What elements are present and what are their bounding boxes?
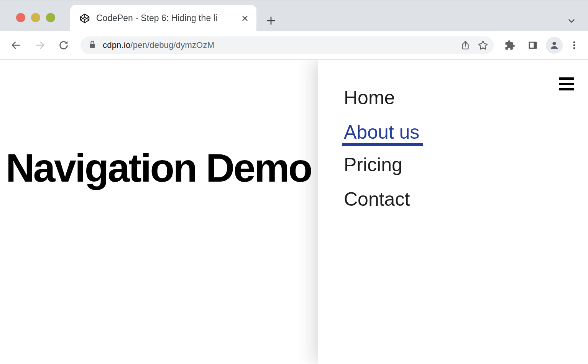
window-minimize-button[interactable] [31,13,40,22]
tab-title: CodePen - Step 6: Hiding the li [96,13,239,23]
nav-link-pricing[interactable]: Pricing [344,154,402,175]
browser-toolbar: cdpn.io/pen/debug/dymzOzM [0,31,588,60]
back-icon[interactable] [8,37,25,54]
menu-bar [559,88,574,90]
main-navigation: Home About us Pricing Contact [344,88,423,224]
browser-tab[interactable]: CodePen - Step 6: Hiding the li [70,5,256,31]
nav-item: About us [344,123,423,146]
bookmark-star-icon[interactable] [475,38,491,53]
forward-icon [31,37,48,54]
side-panel-icon[interactable] [524,37,541,54]
window-zoom-button[interactable] [46,13,55,22]
profile-avatar[interactable] [546,37,563,54]
nav-link-contact[interactable]: Contact [344,189,410,210]
nav-item: Home [344,88,423,107]
codepen-favicon-icon [79,13,90,24]
tab-strip: CodePen - Step 6: Hiding the li [0,0,588,31]
nav-drawer-panel: Home About us Pricing Contact [318,60,588,364]
url-domain: cdpn.io [103,40,130,50]
page-viewport: Navigation Demo Home About us Pricing Co… [0,60,588,364]
url-text[interactable]: cdpn.io/pen/debug/dymzOzM [103,40,455,50]
tab-search-chevron-icon[interactable] [566,15,577,26]
url-path: /pen/debug/dymzOzM [130,40,214,50]
lock-icon[interactable] [87,39,97,51]
extensions-icon[interactable] [501,37,518,54]
window-close-button[interactable] [16,13,25,22]
share-icon[interactable] [458,38,473,53]
menu-bar [559,77,574,80]
nav-link-home[interactable]: Home [344,87,395,108]
more-menu-icon[interactable] [567,38,582,53]
nav-link-about-us[interactable]: About us [342,123,423,146]
tab-close-icon[interactable] [239,12,251,25]
hamburger-menu-icon[interactable] [559,77,574,90]
traffic-lights [16,13,55,22]
reload-icon[interactable] [55,37,72,54]
nav-item: Pricing [344,155,423,174]
nav-list: Home About us Pricing Contact [344,88,423,209]
nav-item: Contact [344,190,423,209]
address-bar[interactable]: cdpn.io/pen/debug/dymzOzM [80,36,494,54]
avatar-icon [546,37,563,54]
page-title: Navigation Demo [6,148,311,188]
new-tab-icon[interactable] [264,13,278,28]
menu-bar [559,83,574,85]
